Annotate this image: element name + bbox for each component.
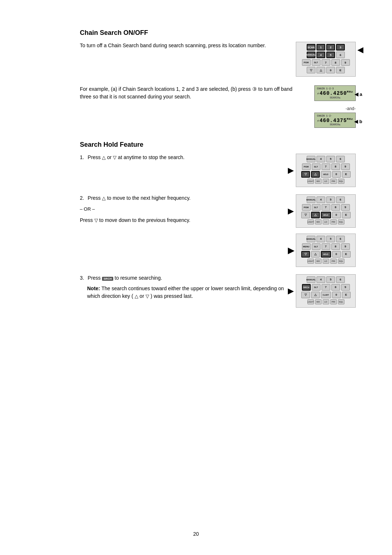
k-menu2d: MENU — [302, 243, 311, 250]
kp-s3-r3: ▽ △ CLART 0 E — [298, 292, 353, 298]
step-2-num: 2. — [80, 195, 84, 201]
key-3-outlined: 3 — [336, 44, 345, 50]
k-pri2u: PRI — [330, 219, 337, 224]
k-lo3: LO — [323, 299, 329, 304]
keypad-1: SCAN 1 2 3 MANUAL 4 5 6 PGM — [296, 42, 356, 77]
k-eb: E — [342, 171, 351, 178]
k-7-2u: 7 — [322, 204, 330, 211]
key-scan: SCAN — [307, 44, 315, 50]
kp-s2u-r2: PGM SLT 7 8 9 — [298, 204, 353, 211]
keypad-step3: MANUAL 4 5 6 SRCH SLT 7 8 9 — [296, 274, 356, 308]
k-sql1: SQL — [338, 179, 344, 184]
keypad-wrapper-1: ◀ SCAN 1 2 3 MANUAL 4 5 6 — [296, 42, 356, 77]
k-down-h2d: ▽ — [301, 251, 310, 258]
k-sql3: SQL — [338, 299, 344, 304]
key-2: 2 — [326, 44, 335, 50]
arrow-lcd-a: ◀ a — [355, 92, 362, 97]
k-6-2u: 6 — [336, 197, 345, 203]
page-container: Chain Search ON/OFF To turn off a Chain … — [0, 0, 392, 555]
lcd-b-freq: ⚡460.4375MHz — [317, 117, 353, 123]
k-srch3: SRCH — [302, 284, 311, 291]
keypad-row-1a: SCAN 1 2 3 — [298, 44, 353, 50]
step-2-row: 2. Press △ to move to the next higher fr… — [80, 194, 356, 267]
k-light2u: LIGHT — [307, 219, 314, 224]
k-down-h1: ▽ — [301, 171, 310, 178]
k-e-2u: E — [342, 212, 351, 218]
keypad-row-1c: PGM SLT 7 8 9 — [298, 59, 353, 66]
step-2-down-sym: ▽ — [94, 218, 99, 223]
k-7-3: 7 — [322, 284, 330, 291]
k-9-2u: 9 — [341, 204, 350, 211]
step-1-row: 1. Press △ or ▽ at anytime to stop the s… — [80, 154, 356, 187]
key-e: E — [336, 67, 345, 73]
step-1-up-sym: △ — [102, 155, 107, 160]
lcd-a-freq: ⚡460.4250MHz — [317, 90, 353, 96]
k-6-2d: 6 — [336, 236, 345, 242]
srch-key-inline: SRCH — [102, 277, 113, 281]
note-up-sym: △ — [135, 293, 138, 299]
k-lo1: LO — [323, 179, 329, 184]
step-3-num: 3. — [80, 275, 84, 281]
k-0-2u: 0 — [332, 212, 341, 218]
k-up-2d: △ — [311, 251, 320, 258]
k-4: 4 — [317, 156, 325, 162]
k-slt2d: SLT — [312, 243, 320, 250]
step-1-keypad-col: ▶ MANUAL 4 5 6 PGM SLT 7 — [296, 154, 356, 187]
kp-s2u-r1: MANUAL 4 5 6 — [298, 197, 353, 203]
key-1: 1 — [317, 44, 325, 50]
k-lo2d: LO — [323, 259, 329, 264]
step-2-keypads-col: ▶ MANUAL 4 5 6 PGM SLT — [296, 194, 356, 267]
step-1-down-sym: ▽ — [113, 155, 118, 160]
k-6: 6 — [336, 156, 345, 162]
keypad-step2-up-wrapper: ▶ MANUAL 4 5 6 PGM SLT — [296, 194, 356, 228]
kp-s2d-r3: ▽ △ HOLD 0 E — [298, 251, 353, 258]
chain-search-title: Chain Search ON/OFF — [80, 29, 356, 37]
k-light3: LIGHT — [307, 299, 314, 304]
k-7-2d: 7 — [322, 243, 330, 250]
or-separator: – OR – — [80, 206, 289, 213]
chain-search-keypad1-col: ◀ SCAN 1 2 3 MANUAL 4 5 6 — [296, 42, 356, 77]
key-down1: ▽ — [307, 67, 315, 73]
step-1: 1. Press △ or ▽ at anytime to stop the s… — [80, 154, 356, 187]
lcd-a-search: SEARCH▲ — [317, 96, 353, 99]
chain-search-para1: To turn off a Chain Search band during s… — [80, 42, 285, 49]
k-slt3: SLT — [312, 284, 320, 291]
search-hold-list: 1. Press △ or ▽ at anytime to stop the s… — [80, 154, 356, 308]
k-5: 5 — [326, 156, 335, 162]
step-3-note: Note: The search continues toward either… — [87, 285, 289, 300]
k-wx2d: WX — [315, 259, 322, 264]
k-4-2u: 4 — [317, 197, 325, 203]
note-down-sym: ▽ — [146, 293, 149, 299]
kp-s2d-r4: LIGHT WX LO PRI SQL — [298, 259, 353, 264]
k-pri3: PRI — [330, 299, 337, 304]
step-3-content: 3. Press SRCH to resume searching. Note:… — [80, 274, 289, 300]
kp-s2d-r2: MENU SLT 7 8 9 — [298, 243, 353, 250]
k-8: 8 — [331, 163, 340, 170]
step-2-sub: Press ▽ to move down to the previous fre… — [80, 216, 289, 224]
key-4: 4 — [317, 52, 325, 58]
kp-s3-r1: MANUAL 4 5 6 — [298, 276, 353, 283]
k-0-3: 0 — [332, 292, 341, 298]
key-manual: MANUAL — [307, 52, 315, 58]
chain-search-row1: To turn off a Chain Search band during s… — [80, 42, 356, 77]
step-2-up-sym: △ — [102, 195, 107, 201]
k-pgm2u: PGM — [302, 204, 311, 211]
key-8: 8 — [331, 59, 340, 66]
step-3: 3. Press SRCH to resume searching. Note:… — [80, 274, 356, 308]
k-6-3: 6 — [336, 276, 345, 283]
k-light1: LIGHT — [307, 179, 314, 184]
k-light2d: LIGHT — [307, 259, 314, 264]
k-9: 9 — [341, 163, 350, 170]
kp-s3-r2: SRCH SLT 7 8 9 — [298, 284, 353, 291]
lcd-a: CHAIN 1·2·3 ⚡460.4250MHz SEARCH▲ — [314, 85, 356, 101]
k-manual2d: MANUAL — [307, 236, 315, 242]
kp-s3-r4: LIGHT WX LO PRI SQL — [298, 299, 353, 304]
key-pgm: PGM — [302, 59, 311, 66]
page-number: 20 — [193, 531, 199, 537]
k-up-h2u: △ — [311, 212, 320, 218]
key-5: 5 — [326, 52, 335, 58]
k-wx1: WX — [315, 179, 322, 184]
kp-s2u-r4: LIGHT WX LO PRI SQL — [298, 219, 353, 224]
arrow-step3: ▶ — [288, 285, 293, 296]
arrow-right-1: ◀ — [358, 45, 363, 54]
